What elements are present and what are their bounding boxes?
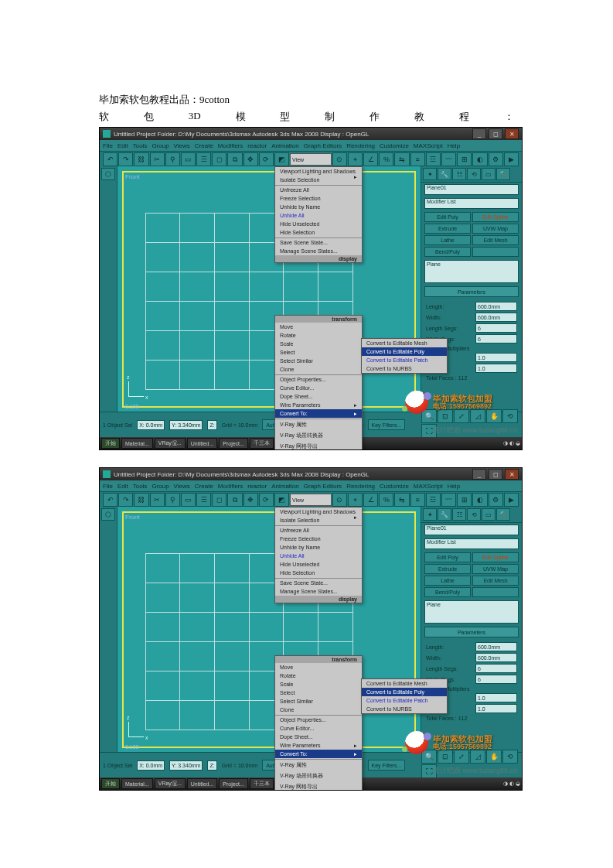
taskbar-item[interactable]: 千三本 [250, 438, 274, 449]
curve-editor-icon[interactable]: 〰 [441, 493, 456, 507]
link-icon[interactable]: ⛓ [134, 152, 148, 166]
z-field[interactable]: Z: [207, 760, 216, 771]
layers-icon[interactable]: ☲ [426, 152, 441, 166]
cm-item-editable-poly[interactable]: Convert to Editable Poly [362, 347, 447, 356]
mod-btn[interactable]: Edit Mesh [472, 235, 519, 245]
maximize-button[interactable]: ◻ [489, 128, 502, 139]
taskbar-item[interactable]: Material... [121, 778, 153, 789]
cm-item[interactable]: Unhide by Name [275, 203, 362, 211]
undo-icon[interactable]: ↶ [103, 493, 117, 507]
modify-tab-icon[interactable]: 🔧 [438, 168, 451, 180]
cm-item[interactable]: Convert to NURBS [362, 705, 447, 713]
ref-coord-dropdown[interactable]: View [290, 153, 332, 166]
menu-graph-editors[interactable]: Graph Editors [304, 483, 342, 490]
select-name-icon[interactable]: ☰ [196, 493, 211, 507]
key-filters-button[interactable]: Key Filters... [368, 419, 406, 430]
close-button[interactable]: ✕ [505, 469, 519, 480]
cm-item[interactable]: Dope Sheet... [275, 392, 362, 401]
orbit-icon[interactable]: ⟲ [502, 750, 518, 764]
align-icon[interactable]: ≡ [410, 152, 425, 166]
cm-item[interactable]: Object Properties... [275, 715, 362, 724]
cm-item[interactable]: Freeze Selection [275, 535, 362, 543]
redo-icon[interactable]: ↷ [118, 152, 133, 166]
params-rollout-header[interactable]: Parameters [424, 627, 519, 637]
mod-btn[interactable]: Edit Poly [424, 552, 471, 562]
menu-animation[interactable]: Animation [271, 483, 299, 490]
maximize-button[interactable]: ◻ [489, 469, 502, 480]
key-filters-button[interactable]: Key Filters... [368, 760, 406, 771]
cm-item[interactable]: Save Scene State... [275, 578, 362, 587]
render-setup-icon[interactable]: ⚙ [489, 152, 503, 166]
cm-item[interactable]: Manage Scene States... [275, 247, 362, 255]
taskbar-item[interactable]: VRay渲... [155, 778, 186, 789]
mod-btn[interactable]: Edit Spline [472, 552, 519, 562]
motion-tab-icon[interactable]: ⟲ [467, 508, 481, 521]
pivot-icon[interactable]: ⊙ [332, 152, 347, 166]
menu-customize[interactable]: Customize [380, 142, 409, 149]
mod-btn[interactable]: Lathe [424, 576, 471, 586]
viewport[interactable]: Front xz 0.100 [117, 166, 421, 412]
cm-item[interactable]: Hide Selection [275, 228, 362, 237]
mod-btn[interactable]: Lathe [424, 235, 471, 245]
cm-item[interactable]: V-Ray 场景转换器 [275, 430, 362, 441]
cm-item[interactable]: Scale [275, 680, 362, 689]
select-icon[interactable]: ▭ [181, 152, 196, 166]
menu-edit[interactable]: Edit [117, 142, 128, 149]
menu-tools[interactable]: Tools [133, 142, 148, 149]
cm-item[interactable]: V-Ray 网格导出 [275, 781, 362, 791]
render-setup-icon[interactable]: ⚙ [489, 493, 503, 507]
hierarchy-tab-icon[interactable]: ☷ [452, 508, 466, 521]
move-icon[interactable]: ✥ [243, 152, 258, 166]
mod-btn[interactable]: Edit Poly [424, 212, 471, 222]
cm-item[interactable]: Convert to NURBS [362, 364, 447, 373]
start-button[interactable]: 开始 [101, 778, 120, 789]
scale-spinner[interactable]: 1.0 [475, 353, 517, 362]
unlink-icon[interactable]: ✂ [150, 493, 165, 507]
window-crossing-icon[interactable]: ⧉ [227, 493, 242, 507]
length-spinner[interactable]: 600.0mm [475, 642, 517, 651]
render-icon[interactable]: ▶ [504, 493, 519, 507]
modify-tab-icon[interactable]: 🔧 [438, 508, 451, 521]
angle-snap-icon[interactable]: ∠ [363, 493, 378, 507]
menu-group[interactable]: Group [152, 142, 169, 149]
modifier-list-dropdown[interactable]: Modifier List [424, 198, 519, 209]
cm-item[interactable]: Hide Unselected [275, 220, 362, 228]
lsegs-spinner[interactable]: 6 [475, 323, 517, 333]
cm-item[interactable]: Select Similar [275, 697, 362, 706]
cm-item-convert-to[interactable]: Convert To:▸ [275, 750, 362, 758]
cm-item[interactable]: Curve Editor... [275, 384, 362, 392]
cm-item[interactable]: Viewport Lighting and Shadows▸ [275, 507, 362, 516]
z-field[interactable]: Z: [207, 420, 216, 430]
orbit-icon[interactable]: ⟲ [502, 409, 518, 423]
utilities-tab-icon[interactable]: 🔨 [496, 508, 510, 521]
percent-snap-icon[interactable]: % [379, 152, 393, 166]
snap-icon[interactable]: ⌖ [348, 152, 363, 166]
cm-item[interactable]: Unhide All [275, 211, 362, 220]
menu-group[interactable]: Group [152, 483, 169, 490]
mod-btn[interactable]: Edit Mesh [472, 576, 519, 586]
menu-edit[interactable]: Edit [117, 483, 128, 490]
density-spinner[interactable]: 1.0 [475, 704, 517, 713]
minimize-button[interactable]: _ [472, 128, 486, 139]
reactor-btn[interactable]: ⬡ [101, 508, 115, 521]
menu-maxscript[interactable]: MAXScript [414, 483, 443, 490]
menu-views[interactable]: Views [174, 483, 190, 490]
wsegs-spinner[interactable]: 6 [475, 675, 517, 684]
unlink-icon[interactable]: ✂ [150, 152, 165, 166]
align-icon[interactable]: ≡ [410, 493, 425, 507]
layers-icon[interactable]: ☲ [426, 493, 441, 507]
cm-item[interactable]: V-Ray 网格导出 [275, 441, 362, 450]
cm-item[interactable]: Hide Selection [275, 569, 362, 577]
cm-item-editable-poly[interactable]: Convert to Editable Poly [362, 688, 447, 696]
width-spinner[interactable]: 600.0mm [475, 653, 517, 662]
params-rollout-header[interactable]: Parameters [424, 286, 519, 297]
taskbar-item[interactable]: Project... [219, 438, 248, 449]
bind-icon[interactable]: ⚲ [165, 493, 180, 507]
cm-item-convert-to[interactable]: Convert To:▸ [275, 409, 362, 418]
cm-item[interactable]: Isolate Selection [275, 516, 362, 525]
mirror-icon[interactable]: ⇋ [394, 493, 409, 507]
menu-reactor[interactable]: reactor [247, 142, 267, 149]
scale-icon[interactable]: ◩ [274, 493, 289, 507]
cm-item[interactable]: Rotate [275, 672, 362, 680]
mod-btn[interactable]: Extrude [424, 564, 471, 574]
